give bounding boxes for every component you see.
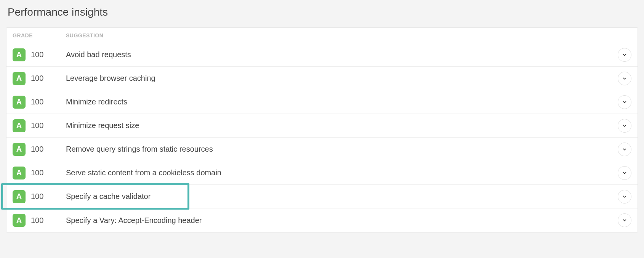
grade-badge: A [13,96,26,109]
suggestion-text: Specify a cache validator [66,192,618,201]
grade-cell: A100 [13,72,66,85]
header-suggestion: SUGGESTION [66,32,631,38]
suggestion-text: Serve static content from a cookieless d… [66,168,618,177]
expand-button[interactable] [618,166,631,180]
expand-button[interactable] [618,48,631,62]
insight-row[interactable]: A100Serve static content from a cookiele… [6,161,638,185]
suggestion-text: Minimize redirects [66,98,618,106]
expand-button[interactable] [618,119,631,133]
grade-score: 100 [31,121,43,130]
chevron-down-icon [622,170,627,176]
grade-score: 100 [31,50,43,59]
chevron-down-icon [622,99,627,105]
chevron-down-icon [622,218,627,223]
grade-cell: A100 [13,143,66,156]
grade-cell: A100 [13,190,66,203]
chevron-down-icon [622,76,627,81]
grade-cell: A100 [13,214,66,227]
insight-row[interactable]: A100Minimize redirects [6,90,638,114]
grade-score: 100 [31,145,43,154]
grade-badge: A [13,48,26,61]
insights-header: GRADE SUGGESTION [6,28,638,43]
suggestion-text: Leverage browser caching [66,74,618,83]
grade-badge: A [13,190,26,203]
grade-cell: A100 [13,167,66,179]
insight-row[interactable]: A100Leverage browser caching [6,67,638,90]
grade-score: 100 [31,168,43,177]
insight-row[interactable]: A100Minimize request size [6,114,638,138]
grade-score: 100 [31,98,43,106]
suggestion-text: Minimize request size [66,121,618,130]
insight-row[interactable]: A100Specify a Vary: Accept-Encoding head… [6,208,638,232]
grade-cell: A100 [13,96,66,109]
chevron-down-icon [622,194,627,199]
insight-row[interactable]: A100Remove query strings from static res… [6,138,638,161]
chevron-down-icon [622,123,627,128]
grade-score: 100 [31,192,43,201]
grade-badge: A [13,119,26,132]
chevron-down-icon [622,147,627,152]
expand-button[interactable] [618,95,631,109]
suggestion-text: Specify a Vary: Accept-Encoding header [66,216,618,225]
grade-score: 100 [31,74,43,83]
expand-button[interactable] [618,190,631,204]
grade-badge: A [13,167,26,179]
header-grade: GRADE [13,32,66,38]
grade-badge: A [13,143,26,156]
grade-cell: A100 [13,119,66,132]
suggestion-text: Avoid bad requests [66,50,618,59]
insight-row[interactable]: A100Avoid bad requests [6,43,638,67]
grade-score: 100 [31,216,43,225]
grade-badge: A [13,214,26,227]
expand-button[interactable] [618,213,631,227]
grade-cell: A100 [13,48,66,61]
insights-panel: GRADE SUGGESTION A100Avoid bad requestsA… [6,27,638,232]
suggestion-text: Remove query strings from static resourc… [66,145,618,154]
expand-button[interactable] [618,143,631,156]
page-title: Performance insights [8,6,638,18]
insight-row[interactable]: A100Specify a cache validator [6,185,638,208]
chevron-down-icon [622,52,627,58]
expand-button[interactable] [618,72,631,85]
grade-badge: A [13,72,26,85]
